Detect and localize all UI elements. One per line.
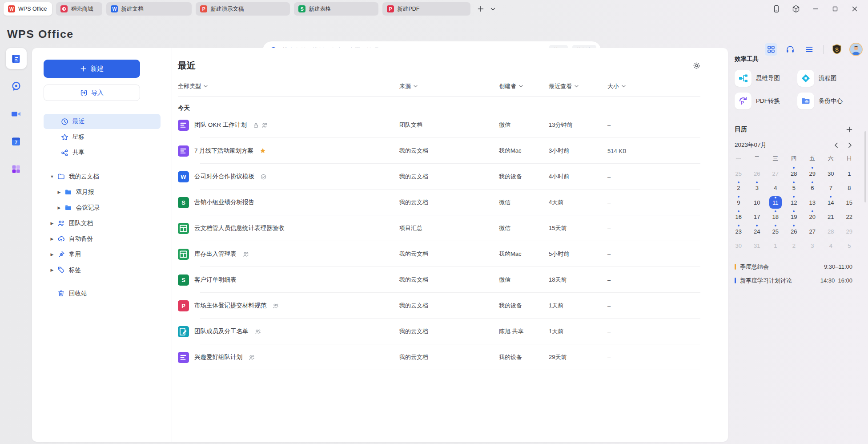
file-row[interactable]: S客户订单明细表我的云文档微信18天前– (178, 267, 700, 293)
calendar-day[interactable]: 5 (840, 239, 859, 254)
calendar-day[interactable]: 18 (766, 210, 785, 225)
caret-right-icon[interactable]: ▶ (50, 268, 54, 272)
tool-flowchart[interactable]: 流程图 (797, 70, 859, 87)
file-row[interactable]: 7 月线下活动策划方案我的云文档我的Mac3小时前514 KB (178, 138, 700, 164)
caret-right-icon[interactable]: ▶ (57, 190, 61, 194)
calendar-day[interactable]: 22 (840, 210, 859, 225)
tab-document[interactable]: 稻壳商城 (56, 2, 102, 16)
calendar-day[interactable]: 16 (729, 210, 748, 225)
calendar-day[interactable]: 31 (748, 239, 767, 254)
import-button[interactable]: 导入 (44, 85, 140, 101)
sidebar-tree-item[interactable]: ▶双月报 (44, 184, 161, 200)
calendar-day[interactable]: 2 (729, 181, 748, 196)
new-tab-button[interactable] (477, 5, 484, 12)
calendar-day[interactable]: 7 (822, 181, 840, 196)
calendar-day[interactable]: 24 (748, 224, 767, 239)
calendar-day[interactable]: 11 (766, 195, 785, 210)
sidebar-tree-item[interactable]: ▶自动备份 (44, 231, 161, 246)
calendar-day[interactable]: 23 (729, 224, 748, 239)
calendar-day[interactable]: 5 (785, 181, 804, 196)
tab-list-chevron-icon[interactable] (490, 8, 495, 11)
file-row[interactable]: 云文档管人员信息统计表理器验收项目汇总微信15天前– (178, 215, 700, 241)
calendar-day[interactable]: 2 (785, 239, 804, 254)
scrollbar-thumb[interactable] (864, 131, 866, 202)
file-row[interactable]: 团队 OKR 工作计划团队文档微信13分钟前– (178, 112, 700, 138)
file-row[interactable]: 兴趣爱好组队计划我的云文档我的设备29天前– (178, 344, 700, 370)
sidebar-item-share[interactable]: 共享 (44, 145, 161, 160)
file-row[interactable]: W公司对外合作协议模板我的云文档我的设备4小时前– (178, 164, 700, 190)
filter-2[interactable]: 创建者 (499, 82, 549, 90)
calendar-day[interactable]: 3 (803, 239, 822, 254)
phone-icon[interactable] (772, 4, 781, 13)
close-icon[interactable] (850, 4, 859, 13)
calendar-day[interactable]: 10 (748, 195, 767, 210)
calendar-day[interactable]: 13 (803, 195, 822, 210)
calendar-day[interactable]: 19 (785, 210, 804, 225)
tab-document[interactable]: P新建演示文稿 (196, 2, 290, 16)
calendar-day[interactable]: 9 (729, 195, 748, 210)
tab-home[interactable]: WWPS Office (4, 2, 52, 16)
support-headset-button[interactable] (784, 43, 796, 56)
cube-icon[interactable] (792, 4, 800, 13)
calendar-day[interactable]: 30 (822, 166, 840, 181)
calendar-day[interactable]: 4 (766, 181, 785, 196)
calendar-day[interactable]: 29 (803, 166, 822, 181)
calendar-day[interactable]: 26 (785, 224, 804, 239)
filter-3[interactable]: 最近查看 (549, 82, 607, 90)
calendar-day[interactable]: 27 (766, 166, 785, 181)
calendar-day[interactable]: 17 (748, 210, 767, 225)
calendar-event[interactable]: 新季度学习计划讨论14:30–16:00 (729, 274, 859, 287)
caret-right-icon[interactable]: ▶ (50, 221, 54, 226)
list-settings-gear-icon[interactable] (693, 62, 700, 69)
calendar-day[interactable]: 1 (766, 239, 785, 254)
filter-1[interactable]: 来源 (399, 82, 499, 90)
file-row[interactable]: 库存出入管理表我的云文档我的Mac5小时前– (178, 241, 700, 267)
file-row[interactable]: S营销小组业绩分析报告我的云文档微信4天前– (178, 190, 700, 215)
calendar-day[interactable]: 20 (803, 210, 822, 225)
tab-document[interactable]: W新建文档 (106, 2, 192, 16)
sidebar-tree-item[interactable]: ▶团队文档 (44, 215, 161, 231)
tool-mindmap[interactable]: 思维导图 (735, 70, 797, 87)
calendar-day[interactable]: 30 (729, 239, 748, 254)
minimize-icon[interactable] (811, 4, 820, 13)
sidebar-item-star[interactable]: 星标 (44, 129, 161, 145)
calendar-day[interactable]: 25 (766, 224, 785, 239)
sidebar-tree-item[interactable]: ▶标签 (44, 262, 161, 278)
calendar-day[interactable]: 1 (840, 166, 859, 181)
sidebar-item-trash[interactable]: 回收站 (44, 286, 161, 301)
caret-right-icon[interactable]: ▶ (57, 206, 61, 210)
sidebar-tree-item[interactable]: ▶常用 (44, 246, 161, 262)
calendar-day[interactable]: 25 (729, 166, 748, 181)
sidebar-item-clock[interactable]: 最近 (44, 114, 161, 129)
calendar-day[interactable]: 6 (803, 181, 822, 196)
caret-down-icon[interactable]: ▼ (50, 174, 54, 179)
tool-pdf-convert[interactable]: PPDF转换 (735, 93, 797, 109)
home-grid-button[interactable] (765, 43, 777, 56)
calendar-day[interactable]: 28 (785, 166, 804, 181)
tab-document[interactable]: P新建PDF (382, 2, 470, 16)
calendar-day[interactable]: 3 (748, 181, 767, 196)
caret-right-icon[interactable]: ▶ (50, 237, 54, 241)
sidebar-tree-item[interactable]: ▶会议记录 (44, 200, 161, 215)
calendar-day[interactable]: 15 (840, 195, 859, 210)
calendar-day[interactable]: 8 (840, 181, 859, 196)
tool-backup[interactable]: 备份中心 (797, 93, 859, 109)
tab-document[interactable]: S新建表格 (294, 2, 378, 16)
vip-badge-icon[interactable]: S (831, 44, 843, 56)
calendar-day[interactable]: 26 (748, 166, 767, 181)
calendar-day[interactable]: 28 (822, 224, 840, 239)
rail-documents-button[interactable] (6, 48, 27, 69)
rail-chat-button[interactable] (6, 76, 27, 97)
calendar-day[interactable]: 29 (840, 224, 859, 239)
sidebar-tree-item[interactable]: ▼我的云文档 (44, 169, 161, 184)
rail-apps-button[interactable] (6, 158, 27, 179)
filter-0[interactable]: 全部类型 (178, 82, 399, 90)
calendar-day[interactable]: 27 (803, 224, 822, 239)
file-row[interactable]: P市场主体登记提交材料规范我的云文档我的设备1天前– (178, 293, 700, 319)
avatar[interactable] (849, 43, 863, 56)
calendar-day[interactable]: 21 (822, 210, 840, 225)
calendar-event[interactable]: 季度总结会9:30–11:00 (729, 260, 859, 274)
file-row[interactable]: 团队成员及分工名单我的云文档陈旭 共享1天前– (178, 319, 700, 344)
calendar-day[interactable]: 4 (822, 239, 840, 254)
calendar-day[interactable]: 14 (822, 195, 840, 210)
